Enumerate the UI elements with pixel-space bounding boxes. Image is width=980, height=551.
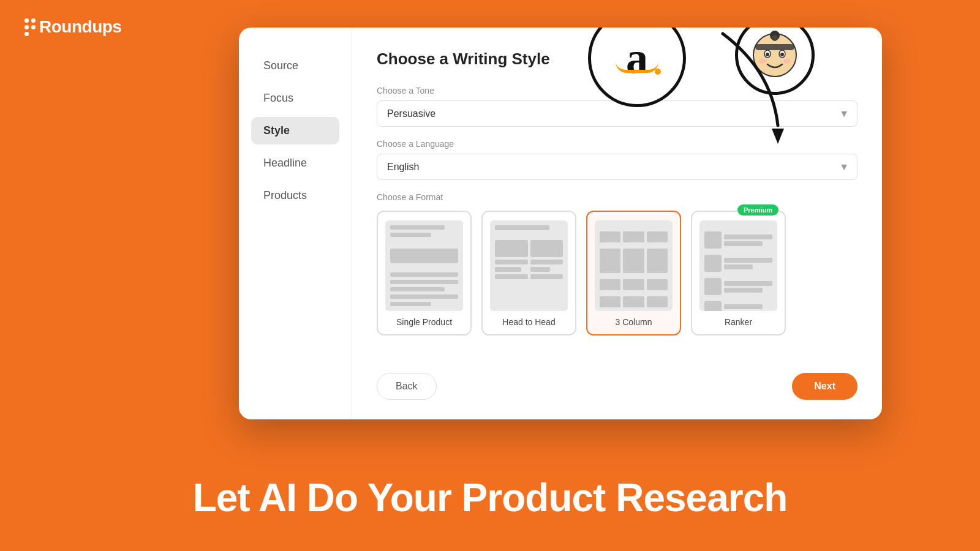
ninja-face-svg bbox=[750, 31, 799, 80]
logo-dots bbox=[24, 18, 36, 36]
tagline: Let AI Do Your Product Research bbox=[0, 475, 980, 520]
head-to-head-preview bbox=[490, 220, 568, 311]
format-card-ranker[interactable]: Premium bbox=[691, 211, 786, 335]
svg-point-6 bbox=[780, 53, 784, 56]
main-content: a bbox=[352, 28, 882, 419]
head-to-head-label: Head to Head bbox=[490, 317, 568, 327]
svg-point-5 bbox=[766, 53, 769, 56]
sidebar-item-focus[interactable]: Focus bbox=[251, 84, 339, 112]
premium-badge: Premium bbox=[737, 204, 778, 216]
sidebar-item-headline[interactable]: Headline bbox=[251, 149, 339, 177]
next-button[interactable]: Next bbox=[792, 373, 858, 400]
sidebar-item-style[interactable]: Style bbox=[251, 117, 339, 144]
format-card-head-to-head[interactable]: Head to Head bbox=[481, 211, 576, 335]
svg-point-8 bbox=[783, 59, 791, 64]
single-product-label: Single Product bbox=[385, 317, 463, 327]
amazon-smile bbox=[616, 62, 658, 73]
format-card-single-product[interactable]: Single Product bbox=[377, 211, 472, 335]
format-label: Choose a Format bbox=[377, 192, 858, 202]
sidebar-item-source[interactable]: Source bbox=[251, 52, 339, 80]
svg-rect-9 bbox=[755, 44, 794, 50]
svg-point-7 bbox=[759, 59, 766, 64]
sidebar-item-products[interactable]: Products bbox=[251, 182, 339, 209]
language-select[interactable]: English Spanish French German bbox=[377, 154, 858, 180]
logo: Roundups bbox=[24, 17, 121, 37]
ninja-logo-circle bbox=[735, 28, 815, 95]
main-card: Source Focus Style Headline Products a bbox=[239, 28, 882, 419]
back-button[interactable]: Back bbox=[377, 373, 437, 400]
language-label: Choose a Language bbox=[377, 139, 858, 149]
language-select-wrapper: English Spanish French German ▼ bbox=[377, 154, 858, 180]
sidebar: Source Focus Style Headline Products bbox=[239, 28, 352, 419]
logo-text: Roundups bbox=[39, 17, 121, 37]
format-card-3-column[interactable]: 3 Column bbox=[586, 211, 681, 335]
format-cards: Single Product bbox=[377, 211, 858, 335]
3-column-preview bbox=[595, 220, 673, 311]
tone-select-wrapper: Persuasive Informative Conversational Pr… bbox=[377, 100, 858, 127]
ranker-preview bbox=[699, 220, 777, 311]
tone-select[interactable]: Persuasive Informative Conversational Pr… bbox=[377, 100, 858, 127]
amazon-a-letter: a bbox=[626, 33, 648, 84]
bottom-buttons: Back Next bbox=[377, 373, 858, 400]
ranker-label: Ranker bbox=[699, 317, 777, 327]
single-product-preview bbox=[385, 220, 463, 311]
svg-point-2 bbox=[772, 35, 778, 41]
3-column-label: 3 Column bbox=[595, 317, 673, 327]
